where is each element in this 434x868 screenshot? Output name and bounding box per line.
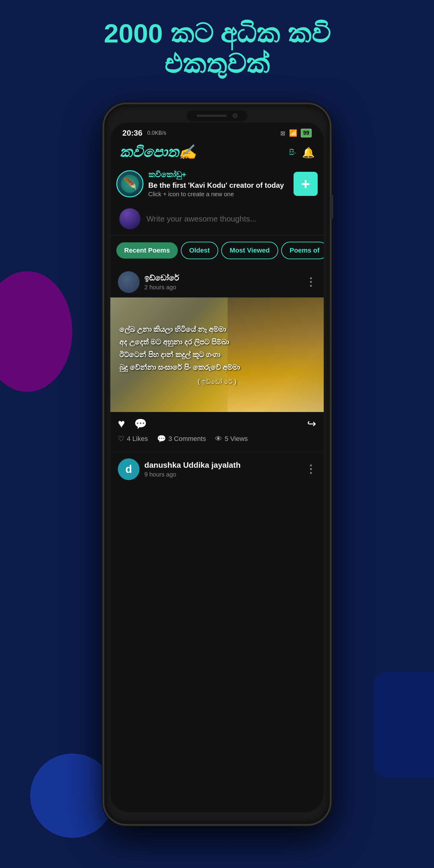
bg-shape-purple [0,271,72,392]
signal-icon: ⊠ [280,130,285,137]
banner-title-sinhala: කවිකෝඩු+ [148,170,289,179]
post-more-button-1[interactable]: ⋮ [305,276,316,288]
likes-icon: ♡ [118,435,124,443]
post-header-1: ඉඩ්ඩෝරේ 2 hours ago ⋮ [110,265,324,298]
post-avatar-1 [118,271,140,293]
phone-speaker [196,115,227,117]
post-card-1: ඉඩ්ඩෝරේ 2 hours ago ⋮ ලේඛ උනා කියලා හිටි… [110,265,324,453]
phone-camera-dot [233,113,238,118]
header-icons: සිං 🔔 [289,147,315,158]
phone-screen: 20:36 0.0KB/s ⊠ 📶 99 කවිපොත✍ සිං 🔔 [110,122,324,812]
user-icon[interactable]: සිං [289,148,296,157]
likes-stat: ♡ 4 Likes [118,435,148,443]
comment-button-1[interactable]: 💬 [134,418,147,430]
feather-icon: 🪶 [123,178,137,190]
bg-shape-blue [30,753,115,838]
post-time-2: 9 hours ago [144,471,241,478]
post-avatar-2: d [118,458,140,480]
post-username-2: danushka Uddika jayalath [144,461,241,470]
app-logo-text: කවිපොත✍ [119,144,196,160]
status-bar: 20:36 0.0KB/s ⊠ 📶 99 [110,122,324,141]
heading-line2: එකතුවක් [24,49,410,79]
like-button-1[interactable]: ♥ [118,417,125,430]
heading-line1: 2000 කට අධික කවි [24,18,410,49]
phone-outer: 20:36 0.0KB/s ⊠ 📶 99 කවිපොත✍ සිං 🔔 [102,102,332,826]
post-poem-overlay: ලේඛ උනා කියලා හිටියේ නෑ අම්මා අද උදෙත් ම… [110,298,324,412]
network-speed: 0.0KB/s [147,130,166,136]
comments-stat: 💬 3 Comments [157,435,206,443]
post-user-info-1: ඉඩ්ඩෝරේ 2 hours ago [144,273,179,291]
poem-attribution: ( ඉඩ්ඩෝ රේ ) [119,378,315,385]
post-actions-1: ♥ 💬 ↪ [110,412,324,433]
tab-most-viewed[interactable]: Most Viewed [221,242,278,259]
tab-poems-of[interactable]: Poems of [281,242,324,259]
post-avatar-letter: d [125,463,132,475]
banner-avatar: 🪶 [116,170,144,197]
plus-icon: + [301,176,310,192]
post-user-2: d danushka Uddika jayalath 9 hours ago [118,458,241,480]
share-button-1[interactable]: ↪ [307,417,316,430]
comments-icon: 💬 [157,435,166,443]
poem-line-2: අද උදෙත් මට අහුනා දර ලිපට පිම්බා [119,337,315,347]
post-avatar-img-1 [118,271,140,293]
post-user-info-2: danushka Uddika jayalath 9 hours ago [144,461,241,478]
poem-line-3: ඊට්ටෙන් පිහ දාන් කදුල් කූට ගංගා [119,349,315,360]
top-heading: 2000 කට අධික කවි එකතුවක් [0,18,434,79]
write-avatar-img [119,208,141,229]
write-placeholder[interactable]: Write your awesome thoughts... [147,214,256,224]
post-card-2: d danushka Uddika jayalath 9 hours ago ⋮ [110,453,324,485]
post-header-2: d danushka Uddika jayalath 9 hours ago ⋮ [110,453,324,485]
app-header: කවිපොත✍ සිං 🔔 [110,141,324,165]
filter-tabs: Recent Poems Oldest Most Viewed Poems of [110,236,324,265]
status-time: 20:36 [122,128,143,138]
battery-level: 99 [301,129,312,137]
status-right-icons: ⊠ 📶 99 [280,129,312,137]
likes-count: 4 Likes [127,435,148,443]
views-icon: 👁 [215,435,222,443]
views-count: 5 Views [224,435,248,443]
post-stats-1: ♡ 4 Likes 💬 3 Comments 👁 5 Views [110,433,324,446]
banner: 🪶 කවිකෝඩු+ Be the first 'Kavi Kodu' crea… [110,165,324,202]
banner-subtitle: Click + icon to create a new one [148,191,289,198]
banner-avatar-inner: 🪶 [121,175,139,193]
app-logo: කවිපොත✍ [119,144,196,161]
post-time-1: 2 hours ago [144,284,179,291]
phone-side-button [330,195,333,219]
views-stat: 👁 5 Views [215,435,248,443]
phone-container: 20:36 0.0KB/s ⊠ 📶 99 කවිපොත✍ සිං 🔔 [102,102,332,826]
post-username-1: ඉඩ්ඩෝරේ [144,273,179,283]
bg-shape-darkblue [374,672,434,778]
poem-line-1: ලේඛ උනා කියලා හිටියේ නෑ අම්මා [119,324,315,335]
post-user-1: ඉඩ්ඩෝරේ 2 hours ago [118,271,179,293]
banner-text: කවිකෝඩු+ Be the first 'Kavi Kodu' creato… [148,170,289,198]
post-image-1: ලේඛ උනා කියලා හිටියේ නෑ අම්මා අද උදෙත් ම… [110,298,324,412]
write-user-avatar [119,208,141,229]
tab-recent-poems[interactable]: Recent Poems [116,242,178,258]
banner-plus-button[interactable]: + [293,172,318,196]
poem-line-4: බුදු වේන්නා සංසාරේ පිං කෙරුවේ අම්මා [119,362,315,373]
phone-camera-area [187,110,247,121]
banner-title-en: Be the first 'Kavi Kodu' creator of toda… [148,181,289,190]
bell-icon[interactable]: 🔔 [302,147,315,158]
post-more-button-2[interactable]: ⋮ [305,463,316,475]
write-area[interactable]: Write your awesome thoughts... [110,202,324,236]
comments-count: 3 Comments [168,435,206,443]
wifi-icon: 📶 [289,129,297,137]
tab-oldest[interactable]: Oldest [181,242,218,259]
